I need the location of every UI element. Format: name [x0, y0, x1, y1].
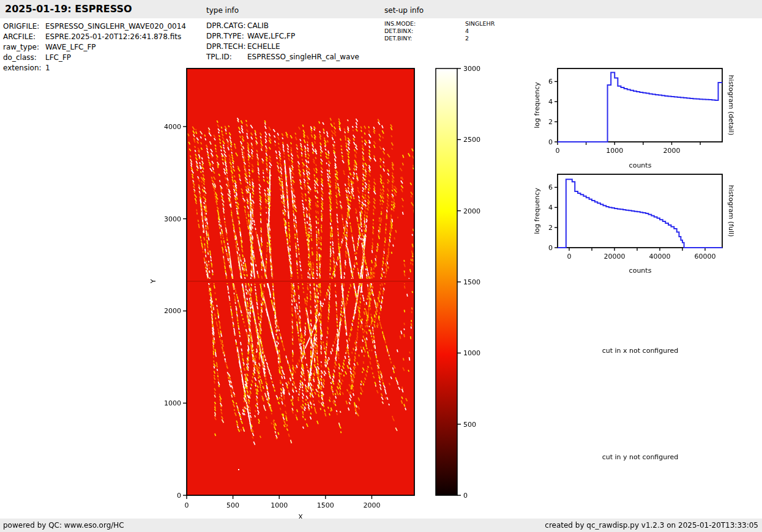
x-tick-label: 1500: [317, 501, 334, 509]
x-tick-label: 500: [226, 501, 239, 509]
x-tick-label: 1000: [606, 147, 623, 155]
y-tick-label: 0: [548, 244, 553, 252]
y-tick-label: 2: [548, 224, 553, 232]
colorbar-tick-label: 500: [463, 421, 476, 429]
y-tick-label: 3000: [164, 215, 181, 223]
hist-full-y-label: log frequency: [533, 188, 541, 234]
x-tick-label: 60000: [694, 253, 715, 260]
y-tick-label: 6: [548, 183, 553, 191]
x-tick-label: 2000: [663, 147, 680, 155]
hist-detail-y-label: log frequency: [533, 82, 541, 128]
histogram-line: [558, 73, 722, 142]
y-tick-label: 1000: [164, 399, 181, 407]
colorbar-border: [436, 68, 457, 495]
colorbar-tick-label: 2000: [463, 207, 480, 215]
main-y-axis-label: Y: [149, 279, 157, 284]
y-tick-label: 2: [548, 118, 553, 126]
x-tick-label: 0: [185, 501, 189, 509]
hist-full-right-label: histogram (full): [727, 185, 735, 237]
y-tick-label: 4: [548, 98, 553, 106]
footer-powered-by: powered by QC: www.eso.org/HC: [3, 519, 124, 532]
colorbar-tick-label: 1000: [463, 349, 480, 357]
hist-detail-x-label: counts: [629, 161, 652, 169]
colorbar-tick-label: 2500: [463, 136, 480, 144]
y-tick-label: 0: [177, 492, 181, 500]
axes-spine: [187, 68, 414, 495]
y-tick-label: 0: [548, 138, 553, 146]
hist-detail-right-label: histogram (detail): [727, 75, 735, 136]
x-tick-label: 2000: [363, 501, 380, 509]
hist-full-x-label: counts: [629, 267, 652, 275]
axes-spine: [558, 68, 722, 142]
x-tick-label: 20000: [603, 253, 625, 260]
x-tick-label: 0: [556, 147, 560, 155]
y-tick-label: 4: [548, 204, 553, 212]
x-tick-label: 0: [567, 253, 571, 260]
footer-created-by: created by qc_rawdisp.py v1.2.3 on 2025-…: [545, 519, 758, 532]
y-tick-label: 2000: [164, 307, 181, 315]
colorbar-tick-label: 1500: [463, 278, 480, 286]
colorbar-tick-label: 3000: [463, 65, 480, 73]
x-tick-label: 1000: [271, 501, 288, 509]
x-tick-label: 40000: [649, 253, 670, 260]
cut-y-message: cut in y not configured: [602, 453, 679, 461]
cut-x-message: cut in x not configured: [602, 347, 679, 355]
axes-spine: [558, 174, 722, 248]
y-tick-label: 4000: [164, 123, 181, 131]
qc-report-page: 2025-01-19: ESPRESSO type info set-up in…: [0, 0, 762, 532]
histogram-line: [558, 179, 722, 248]
colorbar-tick-label: 0: [463, 492, 468, 500]
y-tick-label: 6: [548, 78, 553, 86]
